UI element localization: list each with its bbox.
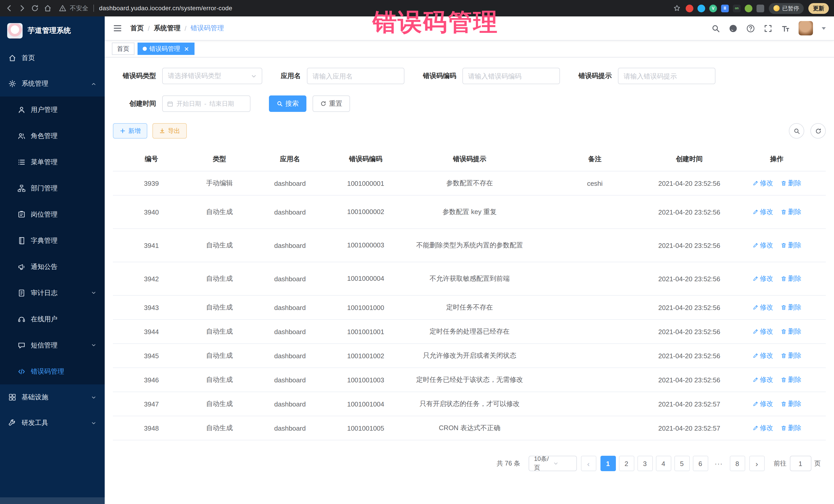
cell-actions: 修改删除 [728,396,826,412]
add-button[interactable]: 新增 [113,123,147,138]
sidebar-item-menu[interactable]: 菜单管理 [0,149,105,175]
reset-button[interactable]: 重置 [312,95,350,112]
address-url[interactable]: dashboard.yudao.iocoder.cn/system/error-… [99,5,232,12]
page-ellipsis[interactable]: ··· [711,456,726,471]
sidebar-item-home[interactable]: 首页 [0,45,105,71]
export-button[interactable]: 导出 [152,123,187,138]
error-hint-input[interactable] [618,68,716,84]
sidebar-item-online[interactable]: 在线用户 [0,306,105,332]
error-code-input[interactable] [462,68,560,84]
bookmark-star-icon[interactable] [673,4,681,12]
font-size-icon[interactable] [781,24,790,32]
sidebar-submenu-system: 用户管理 角色管理 菜单管理 部门管理 岗位管理 [0,96,105,385]
sidebar-item-sms[interactable]: 短信管理 [0,332,105,358]
sidebar-item-infra[interactable]: 基础设施 [0,385,105,410]
edit-link[interactable]: 修改 [752,327,773,336]
delete-link[interactable]: 删除 [781,351,802,360]
sidebar-item-devtools[interactable]: 研发工具 [0,410,105,436]
close-icon[interactable] [184,46,190,51]
page-button[interactable]: 2 [619,456,634,471]
breadcrumb-home[interactable]: 首页 [130,24,144,33]
sidebar-collapse-bar[interactable] [0,497,105,504]
user-avatar[interactable] [798,21,813,36]
sidebar-item-errcode[interactable]: 错误码管理 [0,358,105,385]
breadcrumb-system[interactable]: 系统管理 [154,24,180,33]
search-button[interactable]: 搜索 [269,95,306,112]
reset-button-label: 重置 [329,99,342,108]
sidebar-item-system[interactable]: 系统管理 [0,71,105,96]
delete-link[interactable]: 删除 [781,274,802,283]
extension-icon[interactable]: on [733,4,741,12]
app-logo[interactable]: 芋道管理系统 [0,17,105,45]
delete-link[interactable]: 删除 [781,327,802,336]
message-icon [18,341,26,349]
edit-link[interactable]: 修改 [752,207,773,217]
tag-home[interactable]: 首页 [112,43,134,55]
home-icon[interactable] [44,4,52,12]
tag-errcode[interactable]: 错误码管理 [137,43,195,55]
page-content: 错误码类型 请选择错误码类型 应用名 错误码编码 [105,58,834,504]
delete-link[interactable]: 删除 [781,399,802,409]
delete-link[interactable]: 删除 [781,207,802,217]
sidebar-item-user[interactable]: 用户管理 [0,96,105,123]
help-icon[interactable] [746,24,755,32]
reload-icon[interactable] [31,4,39,12]
fullscreen-icon[interactable] [764,24,772,32]
edit-link[interactable]: 修改 [752,303,773,312]
delete-link[interactable]: 删除 [781,241,802,250]
date-range-picker[interactable]: 开始日期 - 结束日期 [162,95,250,112]
sidebar-item-role[interactable]: 角色管理 [0,123,105,149]
toggle-search-button[interactable] [789,123,804,138]
update-button[interactable]: 更新 [808,3,829,14]
sidebar-item-notice[interactable]: 通知公告 [0,254,105,280]
edit-link[interactable]: 修改 [752,375,773,385]
sidebar-item-audit[interactable]: 审计日志 [0,280,105,306]
edit-link[interactable]: 修改 [752,241,773,250]
sidebar-item-dict[interactable]: 字典管理 [0,227,105,254]
profile-chip[interactable]: 已暂停 [769,3,804,14]
page-size-select[interactable]: 10条/页 [528,456,577,471]
search-icon[interactable] [711,24,720,32]
extension-icon[interactable]: ⠿ [721,4,729,12]
extensions-puzzle-icon[interactable] [756,4,764,12]
top-navbar: 首页 / 系统管理 / 错误码管理 [105,17,834,41]
hamburger-icon[interactable] [113,24,122,33]
forward-icon[interactable] [18,4,26,12]
extension-icon[interactable] [698,4,705,12]
delete-link[interactable]: 删除 [781,303,802,312]
page-button[interactable]: 5 [674,456,689,471]
github-icon[interactable] [729,24,738,32]
cell-app: dashboard [249,272,331,286]
page-button[interactable]: 1 [600,456,616,471]
next-page-button[interactable]: › [749,456,765,471]
refresh-button[interactable] [810,123,826,138]
delete-link[interactable]: 删除 [781,375,802,385]
delete-link[interactable]: 删除 [781,423,802,433]
page-button[interactable]: 3 [637,456,653,471]
extension-icon[interactable]: V [709,4,717,12]
chevron-down-icon [251,73,257,79]
pagination: 共 76 条 10条/页 ‹ 123456···8 › 前往 页 [113,456,821,471]
error-type-select[interactable]: 请选择错误码类型 [162,68,262,84]
sidebar-item-dept[interactable]: 部门管理 [0,175,105,201]
chevron-down-icon[interactable] [822,27,826,29]
extension-icon[interactable] [686,4,694,12]
edit-link[interactable]: 修改 [752,351,773,360]
app-name-input[interactable] [307,68,404,84]
page-button[interactable]: 4 [656,456,671,471]
prev-page-button[interactable]: ‹ [581,456,596,471]
sidebar-item-label: 系统管理 [22,79,48,88]
cell-remark [539,242,651,248]
goto-page-input[interactable] [790,456,811,471]
edit-link[interactable]: 修改 [752,399,773,409]
edit-link[interactable]: 修改 [752,423,773,433]
page-button[interactable]: 8 [729,456,745,471]
sidebar-item-post[interactable]: 岗位管理 [0,201,105,227]
extension-icon[interactable] [745,4,752,12]
delete-link[interactable]: 删除 [781,179,802,188]
edit-link[interactable]: 修改 [752,179,773,188]
edit-link[interactable]: 修改 [752,274,773,283]
back-icon[interactable] [5,4,13,12]
site-security[interactable]: 不安全 dashboard.yudao.iocoder.cn/system/er… [59,4,232,13]
page-button[interactable]: 6 [693,456,708,471]
